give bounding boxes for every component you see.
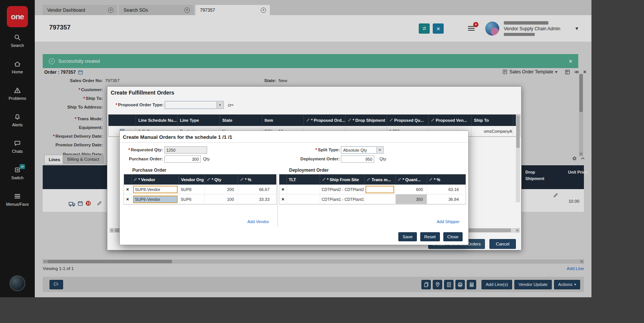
column-header-line-type[interactable]: Line Type	[178, 115, 220, 126]
required-asterisk: *	[353, 118, 354, 123]
trans-mode-cell[interactable]	[365, 194, 396, 204]
required-asterisk: *	[402, 177, 404, 182]
column-header-proposed-qty[interactable]: Proposed Qu...	[387, 115, 429, 126]
vendor-input[interactable]	[133, 196, 178, 203]
column-header-ship-from-site[interactable]: * Ship From Site	[320, 174, 365, 185]
add-vendor-link[interactable]: Add Vendor	[124, 219, 269, 224]
delete-row-icon[interactable]: ×	[279, 185, 287, 194]
column-header-delete	[124, 174, 132, 185]
proposed-order-type-label: *Proposed Order Type:	[116, 102, 164, 107]
manual-orders-dialog-title: Create Manual Orders for the schedule 1 …	[123, 134, 232, 140]
reset-button[interactable]: Reset	[420, 232, 440, 241]
tlt-cell[interactable]	[287, 185, 320, 194]
column-header-vendor[interactable]: * Vendor	[132, 174, 179, 185]
po-table-row-2: × SUP6 100 33.33	[124, 194, 276, 204]
do-table-row-2: × CDTPlant1 - CDTPlant1 350 36.84	[279, 194, 466, 204]
required-asterisk: *	[138, 177, 140, 182]
deployment-order-label: Deployment Order:	[286, 157, 340, 161]
purchase-order-label: Purchase Order:	[120, 157, 163, 161]
vendor-org-cell: SUP8	[179, 185, 205, 194]
column-header-proposed-vendor[interactable]: Proposed Ven...	[429, 115, 472, 126]
manual-orders-dialog-buttons: Save Reset Close	[398, 232, 463, 241]
column-header-trans-mode[interactable]: Trans m...	[365, 174, 396, 185]
column-header-drop-shipment[interactable]: * Drop Shipment	[345, 115, 387, 126]
quantity-cell[interactable]: 350	[396, 194, 427, 204]
cfo-table-header-row: Line Schedule Nu... Line Type State Item…	[108, 115, 520, 126]
requested-qty-input[interactable]	[164, 146, 207, 154]
po-table-row-1: × SUP8 200 66.67	[124, 185, 276, 194]
trans-mode-cell	[365, 185, 396, 194]
column-header-pct[interactable]: * %	[427, 174, 466, 185]
save-button[interactable]: Save	[398, 232, 416, 241]
required-asterisk: *	[434, 177, 435, 182]
vendor-cell	[132, 194, 179, 204]
column-header-line-schedule[interactable]: Line Schedule Nu...	[136, 115, 178, 126]
edit-icon	[367, 177, 370, 182]
trans-mode-input[interactable]	[365, 186, 394, 193]
delete-row-icon[interactable]: ×	[279, 194, 287, 204]
required-asterisk: *	[245, 177, 246, 182]
vendor-input[interactable]	[133, 186, 178, 193]
required-asterisk: *	[311, 118, 313, 123]
quantity-cell[interactable]: 600	[396, 185, 427, 194]
cell-ship-to: omsCompanyA DC	[472, 126, 513, 136]
split-type-label: *Split Type:	[286, 148, 340, 152]
pct-cell[interactable]: 33.33	[238, 194, 277, 204]
purchase-order-table: * Vendor Vendor Org * Qty * % × SUP8 200…	[124, 174, 277, 205]
deployment-order-qty-input[interactable]	[341, 155, 374, 163]
qty-cell[interactable]: 200	[205, 185, 238, 194]
permissions-key-icon[interactable]	[228, 101, 234, 108]
pct-cell[interactable]: 66.67	[238, 185, 277, 194]
column-header-ship-to[interactable]: Ship To	[472, 115, 513, 126]
column-header-vendor-org[interactable]: Vendor Org	[179, 174, 205, 185]
edit-icon	[306, 118, 310, 123]
column-header-proposed-order[interactable]: * Proposed Ord...	[304, 115, 345, 126]
do-table-row-1: × CDTPlant2 - CDTPlant2 600 63.16	[279, 185, 466, 194]
column-header-state[interactable]: State	[220, 115, 262, 126]
add-shipper-link[interactable]: Add Shipper	[279, 219, 460, 224]
vendor-cell	[132, 185, 179, 194]
qty-cell[interactable]: 100	[205, 194, 238, 204]
split-type-select[interactable]: Absolute Qty ▾	[341, 146, 384, 154]
edit-icon	[207, 177, 211, 182]
delete-row-icon[interactable]: ×	[124, 194, 132, 204]
required-asterisk: *	[327, 177, 328, 182]
select-chevron-icon: ▾	[376, 147, 383, 153]
select-chevron-icon: ▾	[217, 102, 223, 108]
close-button[interactable]: Close	[443, 232, 463, 241]
edit-icon	[133, 177, 137, 182]
delete-row-icon[interactable]: ×	[124, 185, 132, 194]
cfo-dialog-title: Create Fulfillment Orders	[111, 90, 174, 96]
column-header-qty[interactable]: * Qty	[205, 174, 238, 185]
deployment-order-table: TLT * Ship From Site Trans m... * Quant.…	[279, 174, 466, 205]
do-table-header-row: TLT * Ship From Site Trans m... * Quant.…	[279, 174, 466, 185]
edit-icon	[348, 118, 351, 123]
panel-divider	[277, 174, 278, 227]
proposed-order-type-select[interactable]: ▾	[165, 101, 224, 109]
purchase-order-qty-input[interactable]	[164, 155, 201, 163]
requested-qty-label: *Requested Qty:	[120, 148, 163, 152]
ship-from-site-cell[interactable]: CDTPlant2 - CDTPlant2	[320, 185, 365, 194]
tlt-cell[interactable]	[287, 194, 320, 204]
column-header-tlt[interactable]: TLT	[287, 174, 320, 185]
pct-cell[interactable]: 63.16	[427, 185, 466, 194]
pct-cell[interactable]: 36.84	[427, 194, 466, 204]
column-header-quantity[interactable]: * Quant...	[396, 174, 427, 185]
column-header-item[interactable]: Item	[262, 115, 304, 126]
po-table-header-row: * Vendor Vendor Org * Qty * %	[124, 174, 276, 185]
edit-icon	[240, 177, 244, 182]
split-type-value: Absolute Qty	[343, 148, 367, 152]
title-divider	[120, 142, 468, 143]
purchase-order-section-title: Purchase Order	[132, 168, 166, 173]
purchase-order-qty-suffix: Qty	[203, 157, 210, 161]
edit-icon	[398, 177, 401, 182]
create-manual-orders-dialog: Create Manual Orders for the schedule 1 …	[119, 130, 469, 245]
ship-from-site-cell[interactable]: CDTPlant1 - CDTPlant1	[320, 194, 365, 204]
edit-icon	[322, 177, 326, 182]
cancel-button[interactable]: Cancel	[489, 239, 516, 249]
required-asterisk: *	[212, 177, 213, 182]
column-header-pct[interactable]: * %	[238, 174, 277, 185]
edit-icon	[429, 177, 433, 182]
cfo-vertical-scrollbar[interactable]	[516, 115, 520, 202]
edit-icon	[431, 118, 435, 123]
